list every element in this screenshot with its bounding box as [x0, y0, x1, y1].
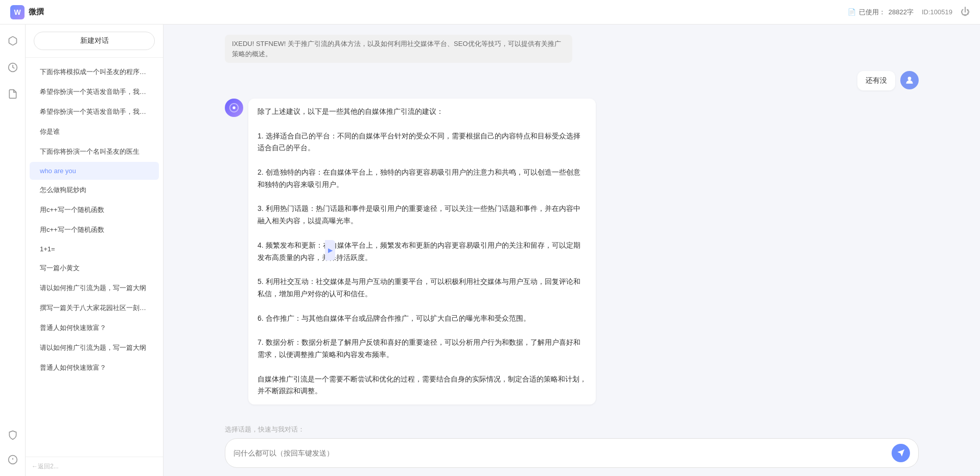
document-icon[interactable] — [5, 86, 21, 102]
usage-info: 📄 已使用： 28822字 — [848, 8, 914, 17]
quick-select-label: 选择话题，快速与我对话： — [225, 425, 919, 434]
usage-value: 28822字 — [889, 8, 914, 17]
main-layout: 新建对话 下面你将模拟成一个叫圣友的程序员，我说... 希望你扮演一个英语发音助… — [0, 25, 980, 476]
user-id: ID:100519 — [922, 8, 952, 16]
sidebar-item[interactable]: 请以如何推广引流为题，写一篇大纲 — [30, 278, 159, 298]
sidebar-item[interactable]: 写一篇小黄文 — [30, 258, 159, 278]
ai-message-bubble: 除了上述建议，以下是一些其他的自媒体推广引流的建议： 1. 选择适合自己的平台：… — [248, 99, 596, 404]
header-right: 📄 已使用： 28822字 ID:100519 ⏻ — [848, 7, 970, 17]
chat-area: IXEDU! STFNEW! 关于推广引流的具体方法，以及如何利用社交媒体平台、… — [164, 25, 980, 476]
sidebar-item[interactable]: 请以如何推广引流为题，写一篇大纲 — [30, 338, 159, 358]
logo-icon: W — [10, 5, 25, 19]
sidebar-item[interactable]: 普通人如何快速致富？ — [30, 318, 159, 338]
cube-icon[interactable] — [5, 33, 21, 49]
sidebar-item[interactable]: 用c++写一个随机函数 — [30, 200, 159, 220]
chat-input[interactable] — [234, 449, 886, 457]
svg-marker-7 — [897, 449, 904, 456]
usage-icon: 📄 — [848, 8, 856, 16]
message-row-user: 还有没 — [225, 71, 919, 90]
chat-messages: IXEDU! STFNEW! 关于推广引流的具体方法，以及如何利用社交媒体平台、… — [164, 25, 980, 419]
ai-avatar — [225, 99, 243, 117]
sidebar-item[interactable]: 普通人如何快速致富？ — [30, 358, 159, 377]
sidebar-item[interactable]: 撰写一篇关于八大家花园社区一刻钟便民生... — [30, 298, 159, 318]
partial-message: IXEDU! STFNEW! 关于推广引流的具体方法，以及如何利用社交媒体平台、… — [225, 35, 572, 63]
chat-input-area: 选择话题，快速与我对话： — [164, 419, 980, 476]
send-button[interactable] — [892, 444, 910, 462]
logo-area: W 微撰 — [10, 5, 44, 19]
app-title: 微撰 — [29, 7, 44, 17]
sidebar-bottom-text: ←返回2... — [32, 463, 59, 470]
sidebar-item-active[interactable]: who are you — [30, 162, 159, 180]
svg-point-4 — [908, 77, 912, 80]
input-box — [225, 438, 919, 468]
usage-label: 已使用： — [859, 8, 885, 17]
sidebar-item[interactable]: 用c++写一个随机函数 — [30, 220, 159, 240]
sidebar-item[interactable]: 下面你将模拟成一个叫圣友的程序员，我说... — [30, 62, 159, 82]
sidebar-header: 新建对话 — [26, 25, 163, 58]
power-button[interactable]: ⏻ — [961, 7, 970, 17]
sidebar-item[interactable]: 下面你将扮演一个名叫圣友的医生 — [30, 142, 159, 161]
clock-icon[interactable] — [5, 59, 21, 76]
message-row: IXEDU! STFNEW! 关于推广引流的具体方法，以及如何利用社交媒体平台、… — [225, 35, 919, 63]
sidebar-item[interactable]: 希望你扮演一个英语发音助手，我提供给你... — [30, 82, 159, 102]
sidebar-item[interactable]: 希望你扮演一个英语发音助手，我提供给你... — [30, 102, 159, 122]
header: W 微撰 📄 已使用： 28822字 ID:100519 ⏻ — [0, 0, 980, 25]
collapse-sidebar-button[interactable]: ▶ — [325, 240, 335, 260]
icon-bar — [0, 25, 26, 476]
sidebar-item[interactable]: 1+1= — [30, 240, 159, 258]
user-message-bubble: 还有没 — [857, 71, 895, 90]
sidebar-list: 下面你将模拟成一个叫圣友的程序员，我说... 希望你扮演一个英语发音助手，我提供… — [26, 58, 163, 457]
sidebar: 新建对话 下面你将模拟成一个叫圣友的程序员，我说... 希望你扮演一个英语发音助… — [26, 25, 164, 476]
info-icon[interactable] — [5, 451, 21, 468]
sidebar-item[interactable]: 你是谁 — [30, 122, 159, 141]
shield-icon[interactable] — [5, 427, 21, 443]
svg-point-5 — [232, 106, 236, 109]
sidebar-bottom: ←返回2... — [26, 457, 163, 476]
sidebar-item[interactable]: 怎么做狗屁炒肉 — [30, 180, 159, 200]
user-avatar — [900, 71, 919, 89]
new-chat-button[interactable]: 新建对话 — [34, 32, 155, 50]
